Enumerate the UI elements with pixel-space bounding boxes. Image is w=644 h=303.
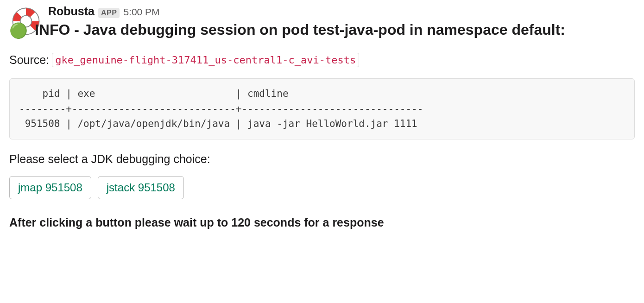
source-line: Source: gke_genuine-flight-317411_us-cen…: [9, 53, 635, 67]
source-value: gke_genuine-flight-317411_us-central1-c_…: [52, 53, 359, 67]
message-body: Robusta APP 5:00 PM 🟢 INFO - Java debugg…: [48, 5, 635, 229]
status-emoji: 🟢: [9, 21, 28, 41]
message-title: 🟢 INFO - Java debugging session on pod t…: [9, 20, 635, 41]
app-badge: APP: [98, 8, 120, 18]
prompt-text: Please select a JDK debugging choice:: [9, 152, 635, 166]
footer-note: After clicking a button please wait up t…: [9, 216, 635, 229]
jstack-button[interactable]: jstack 951508: [98, 176, 184, 199]
author-name[interactable]: Robusta: [48, 5, 95, 18]
jmap-button[interactable]: jmap 951508: [9, 176, 91, 199]
message-header: Robusta APP 5:00 PM: [48, 5, 635, 18]
title-text: INFO - Java debugging session on pod tes…: [35, 21, 565, 38]
slack-message: Robusta APP 5:00 PM 🟢 INFO - Java debugg…: [9, 5, 635, 229]
timestamp[interactable]: 5:00 PM: [123, 6, 159, 18]
button-row: jmap 951508 jstack 951508: [9, 176, 635, 199]
source-label: Source:: [9, 53, 49, 67]
process-table-code-block: pid | exe | cmdline --------+-----------…: [9, 78, 635, 139]
